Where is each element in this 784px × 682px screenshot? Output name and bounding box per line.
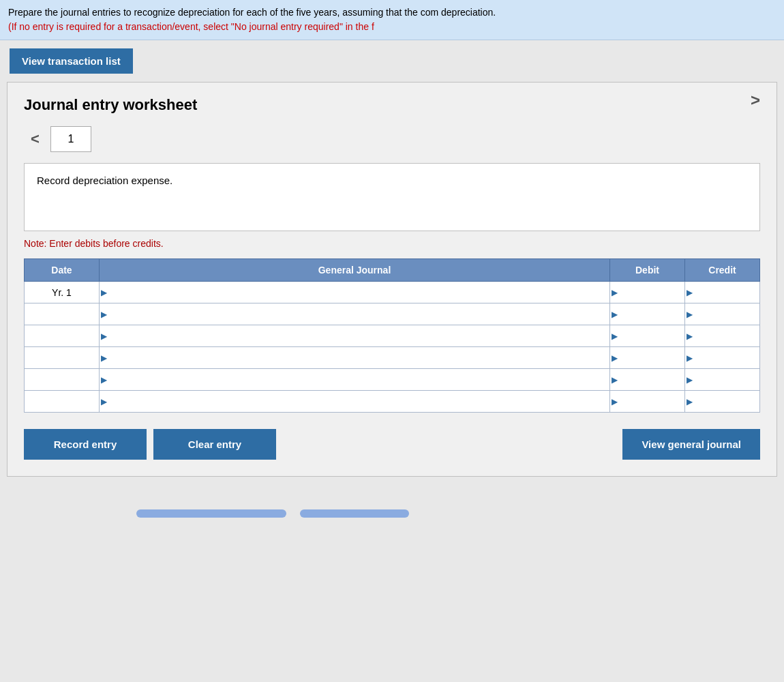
next-page-arrow[interactable]: > (744, 88, 767, 113)
journal-cell-3[interactable]: ▶ (100, 347, 610, 369)
view-general-journal-button[interactable]: View general journal (622, 429, 760, 460)
description-box: Record depreciation expense. (24, 163, 760, 231)
debit-cell-0[interactable]: ▶ (610, 282, 685, 303)
table-row: ▶▶▶ (25, 369, 760, 391)
credit-cell-2[interactable]: ▶ (685, 325, 760, 347)
journal-input-1[interactable] (100, 303, 609, 325)
page-number: 1 (67, 133, 74, 145)
date-cell-0: Yr. 1 (25, 282, 100, 303)
view-transaction-button[interactable]: View transaction list (10, 48, 133, 74)
journal-cell-5[interactable]: ▶ (100, 391, 610, 413)
table-row: ▶▶▶ (25, 303, 760, 325)
journal-cell-2[interactable]: ▶ (100, 325, 610, 347)
journal-input-0[interactable] (100, 282, 609, 303)
col-header-credit: Credit (685, 259, 760, 282)
date-cell-1 (25, 303, 100, 325)
table-row: ▶▶▶ (25, 347, 760, 369)
scrollbar-stub-1[interactable] (136, 509, 286, 518)
journal-input-2[interactable] (100, 325, 609, 346)
journal-table: Date General Journal Debit Credit Yr. 1▶… (24, 258, 760, 413)
table-row: Yr. 1▶▶▶ (25, 282, 760, 303)
bottom-area (0, 484, 784, 524)
credit-input-0[interactable] (685, 282, 759, 303)
buttons-row: Record entry Clear entry View general jo… (24, 429, 760, 460)
journal-input-5[interactable] (100, 391, 609, 412)
credit-input-4[interactable] (685, 369, 759, 390)
debit-cell-1[interactable]: ▶ (610, 303, 685, 325)
record-entry-button[interactable]: Record entry (24, 429, 147, 460)
date-cell-5 (25, 391, 100, 413)
instruction-bar: Prepare the journal entries to recognize… (0, 0, 784, 40)
debit-cell-2[interactable]: ▶ (610, 325, 685, 347)
credit-cell-3[interactable]: ▶ (685, 347, 760, 369)
debit-cell-3[interactable]: ▶ (610, 347, 685, 369)
instruction-main: Prepare the journal entries to recognize… (8, 7, 496, 18)
journal-cell-1[interactable]: ▶ (100, 303, 610, 325)
debit-cell-5[interactable]: ▶ (610, 391, 685, 413)
debit-input-3[interactable] (610, 347, 684, 368)
credit-input-5[interactable] (685, 391, 759, 412)
journal-cell-4[interactable]: ▶ (100, 369, 610, 391)
col-header-debit: Debit (610, 259, 685, 282)
table-row: ▶▶▶ (25, 391, 760, 413)
credit-input-2[interactable] (685, 325, 759, 346)
credit-cell-0[interactable]: ▶ (685, 282, 760, 303)
journal-input-4[interactable] (100, 369, 609, 390)
journal-cell-0[interactable]: ▶ (100, 282, 610, 303)
credit-input-3[interactable] (685, 347, 759, 368)
worksheet-title: Journal entry worksheet (24, 96, 760, 114)
date-cell-4 (25, 369, 100, 391)
debit-input-4[interactable] (610, 369, 684, 390)
page-number-box: 1 (50, 126, 91, 152)
debit-cell-4[interactable]: ▶ (610, 369, 685, 391)
debit-input-0[interactable] (610, 282, 684, 303)
debit-input-2[interactable] (610, 325, 684, 346)
credit-cell-4[interactable]: ▶ (685, 369, 760, 391)
credit-cell-1[interactable]: ▶ (685, 303, 760, 325)
credit-cell-5[interactable]: ▶ (685, 391, 760, 413)
clear-entry-button[interactable]: Clear entry (153, 429, 276, 460)
debit-input-5[interactable] (610, 391, 684, 412)
note-text: Note: Enter debits before credits. (24, 238, 760, 249)
date-cell-2 (25, 325, 100, 347)
credit-input-1[interactable] (685, 303, 759, 325)
table-row: ▶▶▶ (25, 325, 760, 347)
date-cell-3 (25, 347, 100, 369)
worksheet-container: Journal entry worksheet < 1 Record depre… (7, 82, 777, 477)
nav-row: < 1 (24, 126, 760, 152)
journal-input-3[interactable] (100, 347, 609, 368)
col-header-journal: General Journal (100, 259, 610, 282)
scrollbar-stub-2[interactable] (300, 509, 409, 518)
description-text: Record depreciation expense. (37, 175, 172, 186)
instruction-conditional: (If no entry is required for a transacti… (8, 21, 374, 32)
prev-page-arrow[interactable]: < (24, 128, 46, 151)
debit-input-1[interactable] (610, 303, 684, 325)
col-header-date: Date (25, 259, 100, 282)
